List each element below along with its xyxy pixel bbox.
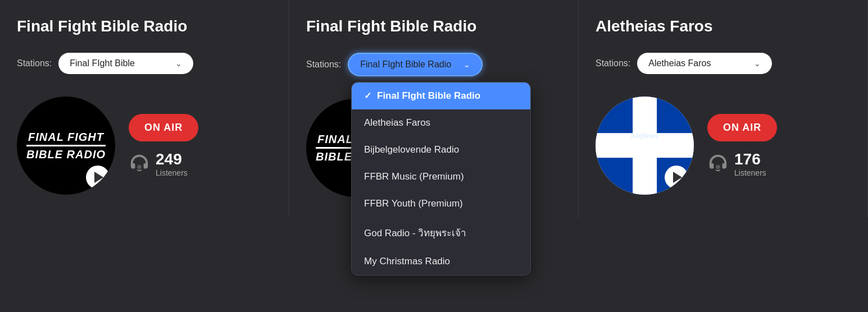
panel-2-stations-label: Stations: [306, 59, 341, 70]
panel-1-station-select[interactable]: Final FIght Bible ⌄ [58, 53, 193, 74]
panel-3-headphone-icon [707, 152, 729, 176]
panel-1-logo: FINAL FIGHT BIBLE RADIO [17, 97, 115, 195]
dropdown-item-5[interactable]: God Radio - วิทยุพระเจ้า [352, 217, 530, 248]
panel-3-station-select[interactable]: Aletheias Faros ⌄ [637, 53, 772, 74]
panel-1-play-icon [94, 172, 103, 183]
panel-1-title: Final Fight Bible Radio [17, 17, 187, 36]
dropdown-item-0[interactable]: ✓ Final FIght Bible Radio [352, 82, 530, 109]
panel-2-title: Final Fight Bible Radio [306, 17, 476, 36]
panel-3-selected-station: Aletheias Faros [648, 58, 711, 68]
panel-3-play-icon [673, 172, 682, 183]
panel-1-on-air-button[interactable]: ON AIR [129, 114, 198, 141]
panel-3-stations-label: Stations: [596, 58, 630, 68]
panel-3-title: Aletheias Faros [596, 17, 713, 36]
panel-3-listeners-label: Listeners [734, 168, 766, 177]
panel-1-selected-station: Final FIght Bible [70, 58, 135, 68]
panel-3-chevron-icon: ⌄ [754, 59, 761, 68]
panel-1-listeners-info: 249 Listeners [156, 150, 188, 177]
panel-1-stations-row: Stations: Final FIght Bible ⌄ [17, 53, 272, 74]
panel-3: Aletheias Faros Stations: Aletheias Faro… [579, 0, 868, 217]
dropdown-item-3[interactable]: FFBR Music (Premium) [352, 163, 530, 190]
panel-3-logo: Αλήθειας ΦΑΡΟΣ [596, 97, 694, 195]
panel-3-stations-row: Stations: Aletheias Faros ⌄ [596, 53, 851, 74]
panel-1-listeners-row: 249 Listeners [129, 150, 198, 177]
panel-1-logo-divider [26, 145, 106, 146]
panel-1-logo-text: FINAL FIGHT BIBLE RADIO [26, 131, 106, 160]
panel-3-listeners-info: 176 Listeners [734, 150, 766, 177]
checkmark-icon: ✓ [364, 90, 371, 101]
panel-2-chevron-icon: ⌄ [463, 60, 470, 69]
panel-1-headphone-icon [129, 152, 150, 176]
panel-3-listeners-count: 176 [734, 150, 766, 168]
panel-1-bottom-row: FINAL FIGHT BIBLE RADIO ON AIR 2 [17, 97, 198, 195]
panel-3-listeners-row: 176 Listeners [707, 150, 777, 177]
panel-1-chevron-icon: ⌄ [175, 59, 182, 68]
panel-1-logo-line-1: FINAL FIGHT [28, 131, 104, 143]
dropdown-item-1[interactable]: Aletheias Faros [352, 109, 530, 136]
panel-2: Final Fight Bible Radio Stations: Final … [289, 0, 579, 219]
panel-3-on-air-button[interactable]: ON AIR [707, 114, 777, 141]
panel-3-greek-bottom: ΦΑΡΟΣ [611, 140, 679, 159]
panel-1-listeners-count: 249 [156, 150, 188, 168]
panel-1: Final Fight Bible Radio Stations: Final … [0, 0, 289, 217]
svg-point-0 [137, 164, 142, 169]
dropdown-item-6[interactable]: My Christmas Radio [352, 248, 530, 275]
panel-3-greek-top: Αλήθειας [630, 131, 658, 140]
dropdown-item-2[interactable]: Bijbelgelovende Radio [352, 136, 530, 163]
panel-3-bottom-row: Αλήθειας ΦΑΡΟΣ ON AIR 176 [596, 97, 777, 195]
panel-3-text-overlay: Αλήθειας ΦΑΡΟΣ [596, 131, 694, 159]
panel-1-stations-label: Stations: [17, 58, 52, 68]
panel-3-controls: ON AIR 176 Listeners [707, 114, 777, 177]
panel-1-controls: ON AIR 249 Listeners [129, 114, 198, 177]
panel-2-stations-row: Stations: Final FIght Bible Radio ⌄ ✓ Fi… [306, 53, 561, 76]
panel-1-play-button[interactable] [86, 166, 110, 189]
panel-2-dropdown: ✓ Final FIght Bible Radio Aletheias Faro… [351, 82, 531, 276]
panel-1-listeners-label: Listeners [156, 168, 188, 177]
dropdown-item-4[interactable]: FFBR Youth (Premium) [352, 190, 530, 217]
panel-2-station-select[interactable]: Final FIght Bible Radio ⌄ [348, 53, 483, 76]
panel-1-logo-line-2: BIBLE RADIO [26, 148, 106, 160]
panel-2-selected-station: Final FIght Bible Radio [360, 59, 451, 70]
svg-point-1 [716, 164, 720, 169]
panel-3-play-button[interactable] [665, 166, 688, 189]
